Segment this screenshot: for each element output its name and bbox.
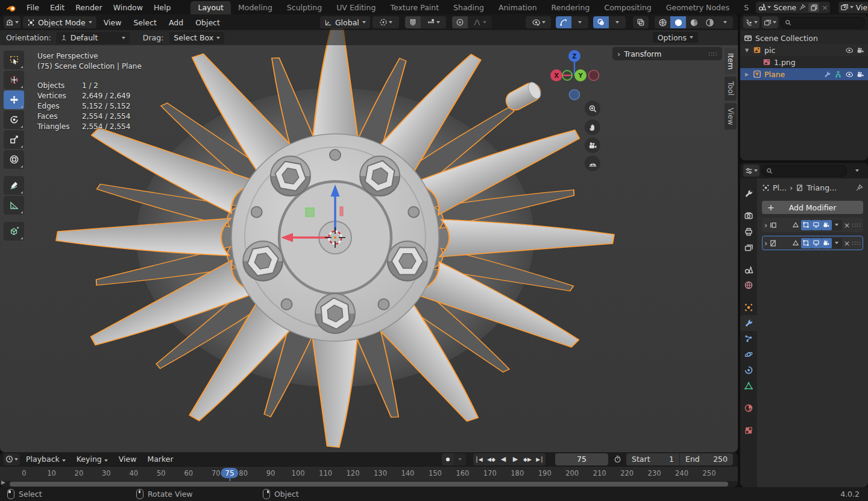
snap-toggle[interactable]	[405, 16, 421, 28]
breadcrumb-modifier[interactable]: Triang...	[807, 183, 852, 192]
menu-edit[interactable]: Edit	[45, 0, 70, 14]
menu-object[interactable]: Object	[190, 18, 225, 27]
workspace-tab-modeling[interactable]: Modeling	[231, 1, 280, 14]
viewport-display-toggle[interactable]	[811, 238, 822, 248]
sidebar-tab-item[interactable]: Item	[725, 48, 737, 74]
workspace-tab-s[interactable]: S	[737, 1, 756, 14]
modifier-extras-dropdown[interactable]	[832, 238, 842, 248]
outliner-row-1png[interactable]: 1.png	[740, 56, 868, 68]
properties-tab-scene[interactable]	[740, 262, 757, 277]
viewlayer-icon[interactable]	[840, 3, 854, 11]
edit-mode-toggle[interactable]	[801, 238, 811, 248]
shading-material-button[interactable]	[686, 16, 702, 28]
properties-tab-physics[interactable]	[740, 347, 757, 362]
outliner-row-pic[interactable]: ▼ pic	[740, 44, 868, 56]
disable-render-camera-icon[interactable]	[857, 71, 864, 78]
editor-type-button[interactable]	[4, 16, 20, 28]
edit-mode-toggle[interactable]	[801, 220, 811, 230]
shading-rendered-button[interactable]	[702, 16, 717, 28]
properties-options-dropdown[interactable]	[849, 165, 865, 177]
drag-dropdown[interactable]: Select Box	[169, 32, 224, 44]
properties-tab-world[interactable]	[740, 277, 757, 293]
show-gizmo-toggle[interactable]	[556, 16, 571, 28]
play-reverse-button[interactable]: ◀	[497, 453, 509, 465]
workspace-tab-rendering[interactable]: Rendering	[544, 1, 597, 14]
menu-playback[interactable]: Playback	[21, 455, 71, 464]
snap-settings[interactable]	[421, 16, 446, 28]
menu-marker[interactable]: Marker	[142, 455, 178, 464]
camera-view-button[interactable]	[585, 137, 600, 153]
pin-icon[interactable]	[799, 4, 806, 11]
scene-icon[interactable]	[758, 3, 771, 11]
tool-rotate-button[interactable]	[4, 110, 24, 129]
tool-transform-button[interactable]	[4, 150, 24, 169]
menu-window[interactable]: Window	[108, 0, 148, 14]
modifier-drag-handle[interactable]: ∷∷	[852, 240, 861, 247]
modifier-drag-handle[interactable]: ∷∷	[852, 222, 861, 228]
modifier-row-2-triangulate[interactable]: › × ∷∷	[762, 236, 863, 250]
workspace-tab-compositing[interactable]: Compositing	[597, 1, 658, 14]
toggle-orthographic-button[interactable]	[585, 156, 600, 171]
delete-modifier-button[interactable]: ×	[844, 239, 850, 248]
xray-toggle[interactable]	[633, 16, 649, 28]
outliner-row-scene-collection[interactable]: Scene Collection	[740, 32, 868, 44]
workspace-tab-shading[interactable]: Shading	[446, 1, 491, 14]
menu-keying[interactable]: Keying	[72, 455, 113, 464]
delete-modifier-button[interactable]: ×	[844, 221, 850, 230]
jump-to-end-button[interactable]: ▶|	[533, 453, 546, 465]
tool-cursor-button[interactable]	[4, 71, 24, 89]
current-frame-field[interactable]: 75	[555, 453, 608, 465]
on-cage-toggle[interactable]	[791, 220, 801, 230]
frame-start-field[interactable]: Start1	[626, 453, 680, 465]
properties-tab-particles[interactable]	[740, 331, 757, 347]
transform-orientation-selector[interactable]: Global	[320, 16, 370, 28]
previous-keyframe-button[interactable]: ◀◆	[485, 453, 497, 465]
properties-editor-type-button[interactable]	[743, 165, 760, 177]
auto-keying-dropdown[interactable]	[454, 453, 466, 465]
menu-view[interactable]: View	[99, 18, 127, 27]
next-keyframe-button[interactable]: ◆▶	[521, 453, 533, 465]
properties-tab-view-layer[interactable]	[740, 239, 757, 255]
viewlayer-name[interactable]: ViewLayer	[856, 3, 868, 12]
outliner-search-input[interactable]	[781, 17, 865, 28]
orientation-dropdown[interactable]: Default	[56, 32, 130, 44]
workspace-tab-layout[interactable]: Layout	[190, 1, 231, 14]
breadcrumb-object[interactable]: Pl...	[773, 183, 787, 192]
tool-move-button[interactable]	[4, 90, 24, 109]
zoom-button[interactable]	[585, 101, 600, 116]
shading-dropdown[interactable]	[717, 16, 733, 28]
workspace-tab-uv-editing[interactable]: UV Editing	[329, 1, 383, 14]
scene-name[interactable]: Scene	[773, 3, 796, 12]
disable-render-camera-icon[interactable]	[857, 46, 864, 54]
use-preview-range-toggle[interactable]	[609, 453, 625, 465]
3d-viewport[interactable]: Z X Y Object Mode View Select Add Object	[0, 14, 738, 452]
play-button[interactable]: ▶	[509, 453, 521, 465]
properties-tab-output[interactable]	[740, 224, 757, 239]
hide-eye-icon[interactable]	[845, 71, 854, 78]
mode-selector[interactable]: Object Mode	[23, 16, 96, 28]
viewport-display-toggle[interactable]	[811, 220, 822, 230]
show-overlays-toggle[interactable]	[593, 16, 609, 28]
timeline-scrollbar[interactable]: ▶	[0, 481, 738, 487]
tool-add-cube-button[interactable]	[4, 222, 24, 241]
tool-select-box-button[interactable]	[4, 51, 24, 69]
render-toggle[interactable]	[822, 220, 832, 230]
menu-render[interactable]: Render	[70, 0, 108, 14]
panel-drag-handle[interactable]: ∷∷	[708, 51, 717, 57]
tool-scale-button[interactable]	[4, 130, 24, 149]
jump-to-start-button[interactable]: |◀	[473, 453, 485, 465]
disclosure-triangle-icon[interactable]: ▼	[744, 48, 750, 53]
tool-annotate-button[interactable]	[4, 176, 24, 195]
menu-add[interactable]: Add	[164, 18, 188, 27]
add-modifier-button[interactable]: + Add Modifier	[762, 201, 863, 214]
pan-button[interactable]	[585, 119, 600, 135]
new-scene-button[interactable]	[808, 3, 819, 12]
transform-panel-header[interactable]: › Transform ∷∷	[612, 47, 722, 60]
menu-help[interactable]: Help	[148, 0, 177, 14]
properties-tab-object[interactable]	[740, 300, 757, 315]
menu-select[interactable]: Select	[128, 18, 162, 27]
workspace-tab-sculpting[interactable]: Sculpting	[280, 1, 329, 14]
properties-tab-texture[interactable]	[740, 423, 757, 438]
timeline-editor-type-button[interactable]	[4, 453, 20, 465]
frame-end-field[interactable]: End250	[680, 453, 733, 465]
